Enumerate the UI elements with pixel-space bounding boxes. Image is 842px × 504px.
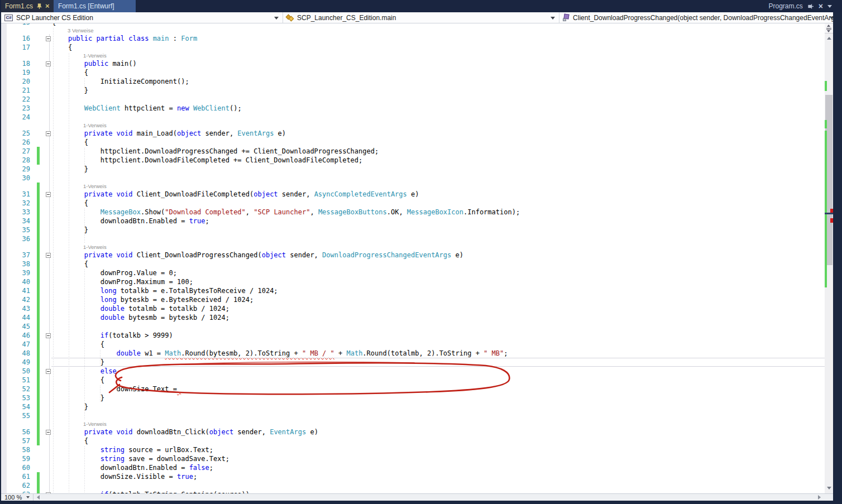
- breakpoint-margin-cell[interactable]: [1, 420, 8, 428]
- breakpoint-margin-cell[interactable]: [1, 472, 8, 481]
- code-line[interactable]: 43 double totalmb = totalkb / 1024;: [1, 304, 825, 313]
- breakpoint-margin-cell[interactable]: [1, 156, 8, 165]
- zoom-control[interactable]: 100 %: [1, 494, 34, 501]
- pin-icon[interactable]: [36, 3, 42, 9]
- type-dropdown[interactable]: SCP_Launcher_CS_Edition.main: [283, 12, 559, 23]
- breakpoint-margin-cell[interactable]: [1, 113, 8, 122]
- code-line[interactable]: 44 double bytesmb = byteskb / 1024;: [1, 313, 825, 322]
- breakpoint-margin-cell[interactable]: [1, 251, 8, 260]
- codelens-references-link[interactable]: 1-Verweis: [83, 244, 107, 251]
- breakpoint-margin-cell[interactable]: [1, 463, 8, 472]
- breakpoint-margin-cell[interactable]: [1, 217, 8, 225]
- breakpoint-margin-cell[interactable]: [1, 349, 8, 358]
- code-line[interactable]: 41 long totalkb = e.TotalBytesToReceive …: [1, 286, 825, 295]
- code-line[interactable]: 58 string source = urlBox.Text;: [1, 445, 825, 454]
- breakpoint-margin-cell[interactable]: [1, 385, 8, 393]
- code-line[interactable]: 40 downProg.Maximum = 100;: [1, 277, 825, 286]
- fold-collapse-box[interactable]: [46, 61, 51, 66]
- code-line[interactable]: 39 downProg.Value = 0;: [1, 268, 825, 277]
- breakpoint-margin-cell[interactable]: [1, 68, 8, 77]
- breakpoint-margin-cell[interactable]: [1, 402, 8, 411]
- breakpoint-margin-cell[interactable]: [1, 340, 8, 349]
- breakpoint-margin-cell[interactable]: [1, 367, 8, 376]
- fold-collapse-box[interactable]: [46, 253, 51, 258]
- member-dropdown[interactable]: Client_DownloadProgressChanged(object se…: [559, 12, 838, 23]
- code-line[interactable]: 46 if(totalkb > 9999): [1, 331, 825, 340]
- code-line[interactable]: 57 {: [1, 436, 825, 445]
- chevron-down-icon[interactable]: [827, 5, 832, 8]
- code-line[interactable]: 56 private void downloadBtn_Click(object…: [1, 428, 825, 436]
- tab-form1cs[interactable]: Form1.cs ×: [1, 0, 54, 12]
- breakpoint-margin-cell[interactable]: [1, 277, 8, 286]
- breakpoint-margin-cell[interactable]: [1, 208, 8, 217]
- code-line[interactable]: 21 }: [1, 86, 825, 95]
- scroll-up-arrow[interactable]: [827, 37, 831, 40]
- code-line[interactable]: 33 MessageBox.Show("Download Completed",…: [1, 208, 825, 217]
- breakpoint-margin-cell[interactable]: [1, 122, 8, 129]
- fold-collapse-box[interactable]: [46, 369, 51, 374]
- codelens-references-link[interactable]: 1-Verweis: [83, 183, 107, 190]
- code-line[interactable]: 60 downloadBtn.Enabled = false;: [1, 463, 825, 472]
- breakpoint-margin-cell[interactable]: [1, 454, 8, 463]
- breakpoint-margin-cell[interactable]: [1, 331, 8, 340]
- code-line[interactable]: 36: [1, 234, 825, 243]
- breakpoint-margin-cell[interactable]: [1, 243, 8, 251]
- breakpoint-margin-cell[interactable]: [1, 95, 8, 104]
- breakpoint-margin-cell[interactable]: [1, 183, 8, 190]
- pin-icon[interactable]: [807, 3, 814, 9]
- right-doc-label[interactable]: Program.cs: [768, 2, 802, 10]
- close-icon[interactable]: ×: [819, 2, 823, 11]
- breakpoint-margin-cell[interactable]: [1, 138, 8, 147]
- vertical-scrollbar[interactable]: [825, 23, 833, 493]
- fold-collapse-box[interactable]: [46, 131, 51, 136]
- breakpoint-margin-cell[interactable]: [1, 174, 8, 183]
- codelens-references-link[interactable]: 1-Verweis: [83, 421, 107, 428]
- code-line[interactable]: 34 downloadBtn.Enabled = true;: [1, 217, 825, 225]
- code-line[interactable]: 24: [1, 113, 825, 122]
- code-line[interactable]: 45: [1, 322, 825, 331]
- code-line[interactable]: 20 InitializeComponent();: [1, 77, 825, 86]
- fold-collapse-box[interactable]: [46, 36, 51, 41]
- splitter-handle[interactable]: [825, 23, 833, 33]
- code-line[interactable]: 42 long byteskb = e.BytesReceived / 1024…: [1, 295, 825, 304]
- breakpoint-margin-cell[interactable]: [1, 199, 8, 208]
- code-line[interactable]: 35 }: [1, 225, 825, 234]
- breakpoint-margin-cell[interactable]: [1, 268, 8, 277]
- breakpoint-margin-cell[interactable]: [1, 260, 8, 268]
- code-line[interactable]: 54 }: [1, 402, 825, 411]
- fold-collapse-box[interactable]: [46, 430, 51, 435]
- breakpoint-margin-cell[interactable]: [1, 147, 8, 156]
- code-line[interactable]: 48 double w1 = Math.Round(bytesmb, 2).To…: [1, 349, 825, 358]
- breakpoint-margin-cell[interactable]: [1, 295, 8, 304]
- code-line[interactable]: 28 httpclient.DownloadFileCompleted += C…: [1, 156, 825, 165]
- code-line[interactable]: 37 private void Client_DownloadProgressC…: [1, 251, 825, 260]
- breakpoint-margin-cell[interactable]: [1, 322, 8, 331]
- breakpoint-margin-cell[interactable]: [1, 190, 8, 199]
- breakpoint-margin-cell[interactable]: [1, 445, 8, 454]
- breakpoint-margin-cell[interactable]: [1, 411, 8, 420]
- breakpoint-margin-cell[interactable]: [1, 129, 8, 138]
- code-line[interactable]: 16 public partial class main : Form: [1, 34, 825, 43]
- code-line[interactable]: 51 {: [1, 376, 825, 385]
- code-line[interactable]: 29 }: [1, 165, 825, 174]
- breakpoint-margin-cell[interactable]: [1, 165, 8, 174]
- close-icon[interactable]: ×: [45, 3, 50, 9]
- breakpoint-margin-cell[interactable]: [1, 428, 8, 436]
- breakpoint-margin-cell[interactable]: [1, 52, 8, 59]
- code-line[interactable]: 17 {: [1, 43, 825, 52]
- breakpoint-margin-cell[interactable]: [1, 225, 8, 234]
- breakpoint-margin-cell[interactable]: [1, 304, 8, 313]
- codelens-references-link[interactable]: 1-Verweis: [83, 122, 107, 129]
- code-line[interactable]: 61 downSize.Visible = true;: [1, 472, 825, 481]
- code-line[interactable]: 31 private void Client_DownloadFileCompl…: [1, 190, 825, 199]
- code-line[interactable]: 23 WebClient httpclient = new WebClient(…: [1, 104, 825, 113]
- scroll-right-arrow[interactable]: [818, 495, 821, 500]
- code-line[interactable]: 55: [1, 411, 825, 420]
- code-line[interactable]: 22: [1, 95, 825, 104]
- breakpoint-margin-cell[interactable]: [1, 104, 8, 113]
- breakpoint-margin-cell[interactable]: [1, 436, 8, 445]
- code-line[interactable]: 50 else: [1, 367, 825, 376]
- code-line[interactable]: 27 httpclient.DownloadProgressChanged +=…: [1, 147, 825, 156]
- breakpoint-margin-cell[interactable]: [1, 234, 8, 243]
- code-line[interactable]: 47 {: [1, 340, 825, 349]
